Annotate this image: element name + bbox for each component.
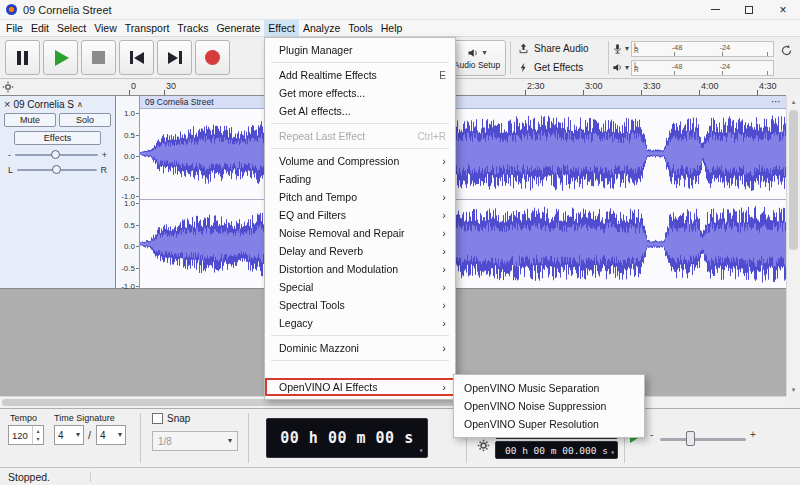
transport-toolbar xyxy=(5,40,230,75)
menu-item-spectral-tools[interactable]: Spectral Tools› xyxy=(265,296,455,314)
menubar-item-view[interactable]: View xyxy=(90,20,121,36)
vertical-scrollbar[interactable]: ▴ ▾ xyxy=(786,96,800,396)
menu-item-openvino-ai-effects[interactable]: OpenVINO AI Effects› xyxy=(265,378,455,396)
audio-setup-button[interactable]: ▾ Audio Setup xyxy=(448,40,506,76)
menubar-item-transport[interactable]: Transport xyxy=(121,20,174,36)
track-name[interactable]: 09 Cornelia S xyxy=(13,99,74,110)
playback-meter[interactable]: ▾ L R -48 -24 xyxy=(612,59,774,76)
gear-icon xyxy=(2,81,14,93)
waveform-channel-right[interactable] xyxy=(140,199,786,288)
menu-item-legacy[interactable]: Legacy› xyxy=(265,314,455,332)
menubar-item-effect[interactable]: Effect xyxy=(264,20,299,36)
track-control-panel: × 09 Cornelia S ∧ Mute Solo Effects - + … xyxy=(0,96,116,289)
submenu-item-openvino-music-separation[interactable]: OpenVINO Music Separation xyxy=(454,379,644,397)
clip-header[interactable]: 09 Cornelia Street ⋯ xyxy=(140,96,786,109)
menu-item-label: Get AI effects... xyxy=(279,105,351,117)
effects-button[interactable]: Effects xyxy=(14,131,101,145)
snap-checkbox[interactable] xyxy=(152,413,163,424)
menubar-item-select[interactable]: Select xyxy=(53,20,90,36)
horizontal-scrollbar-thumb[interactable] xyxy=(2,399,522,406)
play-speed-slider[interactable] xyxy=(660,438,746,441)
stop-button[interactable] xyxy=(81,40,116,75)
gain-slider[interactable] xyxy=(15,154,98,156)
monitor-refresh-button[interactable] xyxy=(778,42,794,58)
gain-slider-thumb[interactable] xyxy=(51,150,60,159)
menubar-item-help[interactable]: Help xyxy=(377,20,407,36)
menubar-item-generate[interactable]: Generate xyxy=(212,20,264,36)
scale-label: 1.0 xyxy=(124,200,135,208)
time-signature-lower-select[interactable]: 4 ▾ xyxy=(96,425,126,445)
tempo-spinner[interactable]: 120 ▴▾ xyxy=(8,425,44,445)
play-button[interactable] xyxy=(43,40,78,75)
menubar-item-file[interactable]: File xyxy=(2,20,27,36)
snap-toggle[interactable]: Snap xyxy=(152,413,190,424)
audio-setup-label: Audio Setup xyxy=(454,60,500,70)
selection-settings-button[interactable] xyxy=(477,439,490,452)
menu-item-dominic-mazzoni[interactable]: Dominic Mazzoni› xyxy=(265,339,455,357)
selection-end-display[interactable]: 00 h 00 m 00.000 s ▾ xyxy=(495,441,618,459)
submenu-arrow-icon: › xyxy=(442,264,446,275)
record-button[interactable] xyxy=(195,40,230,75)
menu-item-repeat-last-effect[interactable]: Repeat Last EffectCtrl+R xyxy=(265,127,455,145)
chevron-up-icon[interactable]: ∧ xyxy=(77,100,83,109)
clip-menu-icon[interactable]: ⋯ xyxy=(771,99,781,105)
skip-to-start-button[interactable] xyxy=(119,40,154,75)
waveform-channel-left[interactable] xyxy=(140,109,786,198)
submenu-item-openvino-noise-suppression[interactable]: OpenVINO Noise Suppression xyxy=(454,397,644,415)
submenu-item-openvino-super-resolution[interactable]: OpenVINO Super Resolution xyxy=(454,415,644,433)
recording-meter[interactable]: ▾ L R -48 -24 xyxy=(612,40,774,57)
play-speed-slider-thumb[interactable] xyxy=(686,431,695,446)
minimize-button[interactable] xyxy=(698,0,732,19)
maximize-button[interactable] xyxy=(732,0,766,19)
audio-position-display[interactable]: 00 h 00 m 00 s ▾ xyxy=(266,418,428,458)
get-effects-button[interactable]: Get Effects xyxy=(514,59,606,76)
share-audio-label: Share Audio xyxy=(534,43,589,54)
skip-to-end-button[interactable] xyxy=(157,40,192,75)
menu-item-noise-removal-and-repair[interactable]: Noise Removal and Repair› xyxy=(265,224,455,242)
scroll-up-icon[interactable]: ▴ xyxy=(787,96,800,108)
menubar-item-analyze[interactable]: Analyze xyxy=(299,20,344,36)
menubar-item-tools[interactable]: Tools xyxy=(344,20,377,36)
solo-button[interactable]: Solo xyxy=(59,113,111,127)
waveform-canvas-left[interactable] xyxy=(140,109,786,198)
speaker-icon xyxy=(612,62,623,73)
close-button[interactable]: × xyxy=(766,0,800,19)
toolbar-separator xyxy=(608,41,609,74)
track-close-icon[interactable]: × xyxy=(4,99,10,110)
menu-item-label: Plugin Manager xyxy=(279,44,353,56)
menubar-item-tracks[interactable]: Tracks xyxy=(173,20,212,36)
snap-interval-select[interactable]: 1/8 ▾ xyxy=(152,431,238,451)
menu-item-delay-and-reverb[interactable]: Delay and Reverb› xyxy=(265,242,455,260)
menu-item-fading[interactable]: Fading› xyxy=(265,170,455,188)
gear-icon xyxy=(477,439,490,452)
menu-item-distortion-and-modulation[interactable]: Distortion and Modulation› xyxy=(265,260,455,278)
meter-toolbar: ▾ L R -48 -24 ▾ L R -48 -24 xyxy=(612,40,774,76)
menu-item-plugin-manager[interactable]: Plugin Manager xyxy=(265,41,455,59)
pause-button[interactable] xyxy=(5,40,40,75)
menubar-item-edit[interactable]: Edit xyxy=(27,20,53,36)
track-buttons: Mute Solo xyxy=(0,112,115,128)
play-icon xyxy=(55,50,69,66)
scroll-down-icon[interactable]: ▾ xyxy=(787,384,800,396)
share-audio-button[interactable]: Share Audio xyxy=(514,40,606,57)
menu-item-add-realtime-effects[interactable]: Add Realtime EffectsE xyxy=(265,66,455,84)
pan-slider[interactable] xyxy=(17,169,96,171)
menu-item-eq-and-filters[interactable]: EQ and Filters› xyxy=(265,206,455,224)
waveform-canvas-right[interactable] xyxy=(140,200,786,288)
menu-item-volume-and-compression[interactable]: Volume and Compression› xyxy=(265,152,455,170)
effects-icon xyxy=(518,62,529,73)
time-signature-upper-select[interactable]: 4 ▾ xyxy=(54,425,84,445)
pan-slider-thumb[interactable] xyxy=(52,165,61,174)
timeline-options-button[interactable] xyxy=(2,81,15,94)
submenu-arrow-icon: › xyxy=(442,318,446,329)
vertical-scrollbar-thumb[interactable] xyxy=(789,110,798,250)
menu-item-get-ai-effects[interactable]: Get AI effects... xyxy=(265,102,455,120)
toolbar-separator xyxy=(248,413,249,463)
mute-button[interactable]: Mute xyxy=(4,113,56,127)
menu-item-get-more-effects[interactable]: Get more effects... xyxy=(265,84,455,102)
menu-item-special[interactable]: Special› xyxy=(265,278,455,296)
spinner-arrows-icon[interactable]: ▴▾ xyxy=(32,426,43,444)
menu-item-pitch-and-tempo[interactable]: Pitch and Tempo› xyxy=(265,188,455,206)
gain-minus-label: - xyxy=(8,150,11,160)
tempo-value: 120 xyxy=(12,430,28,441)
